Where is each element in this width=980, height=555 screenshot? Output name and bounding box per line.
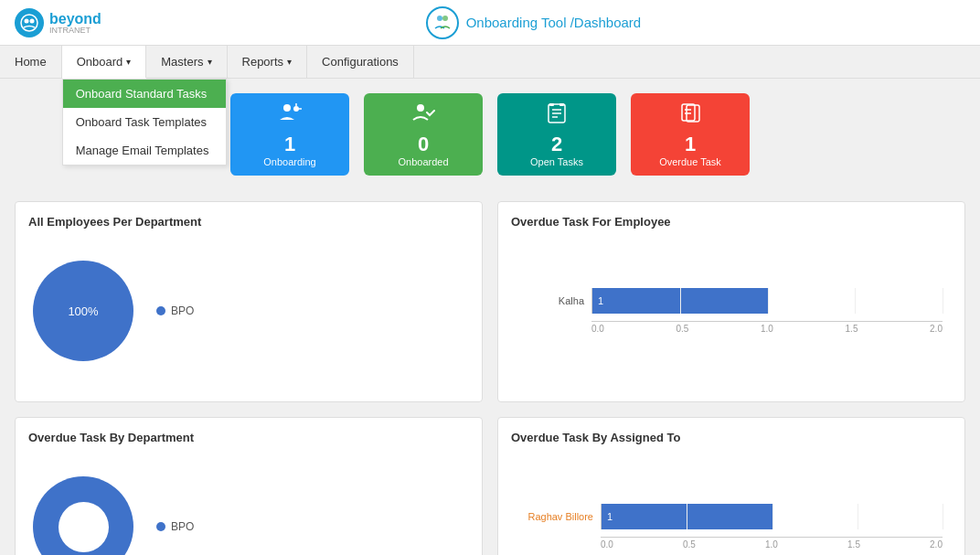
nav-onboard[interactable]: Onboard ▾ Onboard Standard Tasks Onboard…	[62, 46, 147, 79]
donut-chart	[33, 476, 133, 555]
onboarding-icon	[278, 101, 302, 131]
grid-50	[768, 288, 769, 314]
onboarded-icon	[411, 101, 435, 131]
nav-reports-label: Reports	[242, 55, 284, 69]
bar-row-raghav: Raghav Billore 1	[511, 504, 943, 529]
chart-overdue-employee-title: Overdue Task For Employee	[511, 215, 952, 229]
bar-track-kalha: 1	[591, 288, 943, 314]
chart-employees-dept-area: 100% BPO	[28, 238, 469, 384]
axis-2: 2.0	[930, 324, 943, 334]
stat-overdue[interactable]: 1 Overdue Task	[631, 93, 750, 176]
chart-employees-dept-title: All Employees Per Department	[28, 215, 469, 229]
tool-name: Onboarding Tool /	[466, 15, 574, 30]
legend-bpo: BPO	[156, 304, 194, 317]
logo-text-group: beyond INTRANET	[49, 11, 101, 35]
nav-configurations[interactable]: Configurations	[307, 46, 414, 78]
overdue-icon	[678, 101, 702, 131]
bar-axis-assigned: 0.0 0.5 1.0 1.5 2.0	[601, 537, 943, 550]
bar-chart-assigned: Raghav Billore 1 0.0 0.5 1.0 1.5 2.0	[511, 454, 952, 555]
nav-reports-arrow: ▾	[287, 57, 292, 67]
chart-overdue-employee: Overdue Task For Employee Kalha 1 0.0	[497, 201, 965, 402]
logo-sub: INTRANET	[49, 26, 101, 35]
chart-overdue-assigned-title: Overdue Task By Assigned To	[511, 431, 952, 444]
legend-bpo-label-2: BPO	[171, 520, 194, 533]
pie-chart: 100%	[33, 261, 133, 361]
stat-open-tasks[interactable]: 2 Open Tasks	[497, 93, 616, 176]
nav-masters-label: Masters	[161, 55, 203, 69]
svg-point-2	[30, 18, 35, 23]
nav-onboard-label: Onboard	[77, 55, 123, 69]
grid-75-2	[858, 504, 858, 529]
pie-value: 100%	[68, 304, 98, 318]
grid-25-2	[687, 504, 687, 529]
bar-row-kalha: Kalha 1	[511, 288, 943, 314]
grid-100	[943, 288, 943, 314]
legend-bpo-label: BPO	[171, 304, 194, 317]
logo-area: beyond INTRANET	[15, 8, 101, 37]
axis2-15: 1.5	[847, 539, 860, 550]
legend-bpo-dot-2	[156, 522, 165, 531]
chart-overdue-assigned: Overdue Task By Assigned To Raghav Billo…	[497, 417, 965, 555]
svg-rect-14	[549, 103, 554, 106]
axis2-05: 0.5	[683, 539, 696, 550]
nav-onboard-arrow: ▾	[126, 57, 131, 67]
grid-100-2	[943, 504, 943, 529]
svg-point-6	[293, 106, 299, 112]
nav-reports[interactable]: Reports ▾	[228, 46, 308, 78]
chart-overdue-dept-area: BPO	[28, 454, 469, 555]
donut-legend: BPO	[156, 520, 194, 533]
bar-label-kalha: Kalha	[511, 295, 584, 306]
legend-bpo-dot	[156, 306, 165, 315]
grid-50-2	[772, 504, 773, 529]
nav-masters[interactable]: Masters ▾	[146, 46, 227, 78]
svg-point-0	[21, 15, 37, 31]
nav-home-label: Home	[15, 55, 47, 69]
navbar: Home Onboard ▾ Onboard Standard Tasks On…	[0, 46, 980, 79]
stat-onboarding-number: 1	[284, 134, 295, 155]
stat-onboarded[interactable]: 0 Onboarded	[364, 93, 483, 176]
bar-label-raghav: Raghav Billore	[511, 511, 593, 522]
axis-0: 0.0	[591, 324, 604, 334]
bar-axis-employee: 0.0 0.5 1.0 1.5 2.0	[591, 321, 943, 334]
chart-overdue-dept-title: Overdue Task By Department	[28, 431, 469, 444]
stat-overdue-label: Overdue Task	[659, 156, 721, 167]
header-title: Onboarding Tool /Dashboard	[466, 15, 642, 30]
svg-rect-15	[559, 103, 564, 106]
axis2-0: 0.0	[601, 539, 613, 550]
chart-overdue-dept: Overdue Task By Department BPO	[15, 417, 483, 555]
legend-bpo-2: BPO	[156, 520, 194, 533]
header-center: Onboarding Tool /Dashboard	[101, 6, 965, 39]
axis2-1: 1.0	[765, 539, 778, 550]
charts-row-2: Overdue Task By Department BPO	[15, 417, 965, 555]
axis-1: 1.0	[761, 324, 773, 334]
open-tasks-icon	[545, 101, 569, 131]
stat-overdue-number: 1	[685, 134, 696, 155]
svg-point-9	[417, 104, 424, 112]
axis-15: 1.5	[846, 324, 858, 334]
dropdown-onboard-templates[interactable]: Onboard Task Templates	[63, 108, 226, 136]
grid-75	[855, 288, 856, 314]
stat-open-tasks-label: Open Tasks	[530, 156, 583, 167]
logo-icon	[15, 8, 44, 37]
donut-container: BPO	[28, 476, 469, 555]
stat-onboarding[interactable]: 1 Onboarding	[230, 93, 349, 176]
stat-onboarded-number: 0	[418, 134, 429, 155]
onboarding-tool-icon	[426, 6, 459, 39]
chart-employees-dept: All Employees Per Department 100% BPO	[15, 201, 483, 402]
bar-chart-employee: Kalha 1 0.0 0.5 1.0 1.5 2.0	[511, 238, 952, 384]
axis2-2: 2.0	[930, 539, 943, 550]
onboard-dropdown: Onboard Standard Tasks Onboard Task Temp…	[62, 79, 227, 165]
dropdown-onboard-standard[interactable]: Onboard Standard Tasks	[63, 80, 226, 108]
dropdown-email-templates[interactable]: Manage Email Templates	[63, 136, 226, 165]
main-content: All Employees Per Department 100% BPO	[0, 190, 980, 555]
axis-05: 0.5	[676, 324, 689, 334]
nav-home[interactable]: Home	[0, 46, 62, 78]
svg-point-3	[437, 16, 442, 21]
stat-onboarded-label: Onboarded	[398, 156, 448, 167]
dashboard-link[interactable]: Dashboard	[574, 15, 641, 30]
header: beyond INTRANET Onboarding Tool /Dashboa…	[0, 0, 980, 46]
stat-onboarding-label: Onboarding	[263, 156, 316, 167]
pie-container: 100% BPO	[28, 261, 469, 361]
svg-point-4	[442, 16, 448, 21]
nav-masters-arrow: ▾	[208, 57, 212, 67]
